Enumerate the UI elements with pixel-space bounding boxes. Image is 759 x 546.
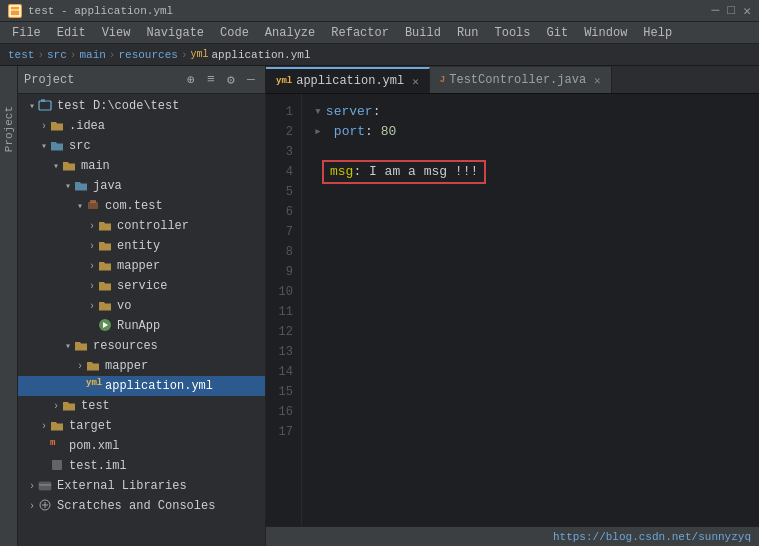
code-line-12	[310, 322, 759, 342]
tree-item-main[interactable]: ▾ main	[18, 156, 265, 176]
tree-item-runapp[interactable]: › RunApp	[18, 316, 265, 336]
tree-item-scratches[interactable]: › Scratches and Consoles	[18, 496, 265, 516]
panel-close-icon[interactable]: —	[243, 72, 259, 88]
svg-rect-3	[41, 99, 45, 102]
tree-arrow: ▾	[26, 100, 38, 112]
project-panel-header: Project ⊕ ≡ ⚙ —	[18, 66, 265, 94]
tree-item-test-root[interactable]: ▾ test D:\code\test	[18, 96, 265, 116]
tree-item-entity[interactable]: › entity	[18, 236, 265, 256]
tree-label: target	[69, 419, 112, 433]
tree-arrow: ▾	[38, 140, 50, 152]
minimize-button[interactable]: ─	[712, 3, 720, 19]
panel-locate-icon[interactable]: ⊕	[183, 72, 199, 88]
tree-arrow: ›	[86, 221, 98, 232]
folder-icon	[98, 298, 114, 314]
menu-tools[interactable]: Tools	[487, 24, 539, 42]
menu-analyze[interactable]: Analyze	[257, 24, 323, 42]
tree-arrow: ›	[50, 401, 62, 412]
tree-arrow: ›	[86, 241, 98, 252]
breadcrumb-main[interactable]: main	[79, 49, 105, 61]
breadcrumb-test[interactable]: test	[8, 49, 34, 61]
svg-rect-4	[88, 202, 98, 209]
menu-git[interactable]: Git	[539, 24, 577, 42]
tree-arrow: ▾	[74, 200, 86, 212]
tab-close-button2[interactable]: ✕	[594, 74, 601, 87]
tree-item-java[interactable]: ▾ java	[18, 176, 265, 196]
code-line-15	[310, 382, 759, 402]
close-button[interactable]: ✕	[743, 3, 751, 19]
code-line-13	[310, 342, 759, 362]
project-side-tab[interactable]: Project	[0, 66, 18, 546]
tree-item-com-test[interactable]: ▾ com.test	[18, 196, 265, 216]
tree-label: main	[81, 159, 110, 173]
tree-item-vo[interactable]: › vo	[18, 296, 265, 316]
tree-label: com.test	[105, 199, 163, 213]
svg-rect-9	[39, 482, 51, 490]
tree-item-test-iml[interactable]: › test.iml	[18, 456, 265, 476]
tree-item-mapper2[interactable]: › mapper	[18, 356, 265, 376]
menu-code[interactable]: Code	[212, 24, 257, 42]
menu-refactor[interactable]: Refactor	[323, 24, 397, 42]
folder-icon	[74, 338, 90, 354]
code-content[interactable]: ▾ server : ▸ port : 80	[302, 94, 759, 526]
code-line-16	[310, 402, 759, 422]
folder-icon	[50, 118, 66, 134]
tree-item-idea[interactable]: › .idea	[18, 116, 265, 136]
yaml-value-port: 80	[373, 122, 396, 142]
ext-libs-icon	[38, 478, 54, 494]
code-line-5	[310, 182, 759, 202]
tree-label: test D:\code\test	[57, 99, 179, 113]
tab-application-yml[interactable]: yml application.yml ✕	[266, 67, 430, 93]
folder-icon	[86, 358, 102, 374]
tab-bar: yml application.yml ✕ J TestController.j…	[266, 66, 759, 94]
title-bar-text: test - application.yml	[28, 5, 173, 17]
tree-item-target[interactable]: › target	[18, 416, 265, 436]
menu-edit[interactable]: Edit	[49, 24, 94, 42]
tree-label: vo	[117, 299, 131, 313]
tree-item-resources[interactable]: ▾ resources	[18, 336, 265, 356]
tree-arrow: ›	[86, 301, 98, 312]
java-tab-icon: J	[440, 75, 445, 85]
panel-collapse-icon[interactable]: ≡	[203, 72, 219, 88]
tree-arrow: ›	[74, 381, 86, 392]
yaml-file-icon: yml	[86, 378, 102, 394]
menu-help[interactable]: Help	[635, 24, 680, 42]
tree-label: External Libraries	[57, 479, 187, 493]
scratches-icon	[38, 498, 54, 514]
code-line-14	[310, 362, 759, 382]
tree-item-test[interactable]: › test	[18, 396, 265, 416]
tree-label: mapper	[117, 259, 160, 273]
tree-item-application-yml[interactable]: › yml application.yml	[18, 376, 265, 396]
tab-close-button[interactable]: ✕	[412, 75, 419, 88]
project-tree: ▾ test D:\code\test › .idea ▾	[18, 94, 265, 546]
panel-settings-icon[interactable]: ⚙	[223, 72, 239, 88]
highlight-box: msg : I am a msg !!!	[322, 160, 486, 184]
tree-arrow: ›	[26, 501, 38, 512]
menu-window[interactable]: Window	[576, 24, 635, 42]
tree-label: test	[81, 399, 110, 413]
tree-label: Scratches and Consoles	[57, 499, 215, 513]
tree-label: test.iml	[69, 459, 127, 473]
breadcrumb-src[interactable]: src	[47, 49, 67, 61]
tree-item-service[interactable]: › service	[18, 276, 265, 296]
menu-run[interactable]: Run	[449, 24, 487, 42]
yaml-msg-key: msg	[330, 162, 353, 182]
tree-arrow: ›	[26, 481, 38, 492]
tab-testcontroller[interactable]: J TestController.java ✕	[430, 67, 612, 93]
yaml-msg-value: I am a msg !!!	[361, 162, 478, 182]
code-line-8	[310, 242, 759, 262]
tree-item-controller[interactable]: › controller	[18, 216, 265, 236]
breadcrumb-resources[interactable]: resources	[118, 49, 177, 61]
tree-item-src[interactable]: ▾ src	[18, 136, 265, 156]
menu-build[interactable]: Build	[397, 24, 449, 42]
tree-item-mapper1[interactable]: › mapper	[18, 256, 265, 276]
svg-rect-2	[39, 101, 51, 110]
maximize-button[interactable]: □	[727, 3, 735, 19]
tree-label: RunApp	[117, 319, 160, 333]
tree-item-external-libs[interactable]: › External Libraries	[18, 476, 265, 496]
menu-view[interactable]: View	[94, 24, 139, 42]
folder-icon	[98, 258, 114, 274]
tree-item-pom-xml[interactable]: › m pom.xml	[18, 436, 265, 456]
menu-navigate[interactable]: Navigate	[138, 24, 212, 42]
menu-file[interactable]: File	[4, 24, 49, 42]
